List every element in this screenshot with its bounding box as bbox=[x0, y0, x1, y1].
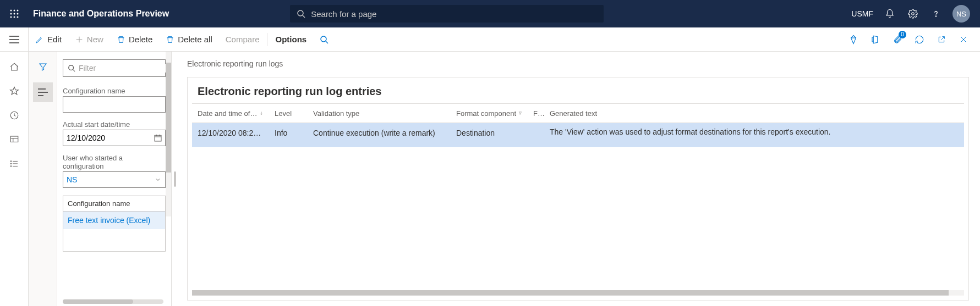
delete-button[interactable]: Delete bbox=[110, 27, 159, 51]
notifications-button[interactable] bbox=[883, 7, 896, 20]
svg-point-12 bbox=[935, 16, 936, 16]
cell-level: Info bbox=[269, 127, 308, 137]
svg-point-31 bbox=[10, 163, 12, 164]
cell-short bbox=[528, 127, 544, 129]
refresh-button[interactable] bbox=[910, 30, 929, 49]
search-icon bbox=[68, 64, 75, 72]
global-search[interactable] bbox=[290, 5, 604, 23]
svg-point-6 bbox=[10, 16, 12, 18]
edit-label: Edit bbox=[47, 35, 62, 44]
options-label: Options bbox=[275, 35, 306, 44]
help-icon bbox=[931, 9, 941, 19]
user-avatar[interactable]: NS bbox=[952, 5, 970, 23]
svg-point-5 bbox=[17, 13, 19, 15]
config-name-input[interactable] bbox=[63, 96, 166, 113]
office-icon bbox=[870, 35, 880, 44]
col-level[interactable]: Level bbox=[269, 109, 308, 118]
lines-icon bbox=[38, 88, 48, 96]
nav-modules[interactable] bbox=[3, 153, 25, 175]
toolbar-divider bbox=[267, 33, 267, 46]
attachments-badge: 0 bbox=[899, 31, 906, 38]
svg-point-7 bbox=[14, 16, 15, 18]
funnel-icon bbox=[518, 110, 522, 116]
trash-icon bbox=[166, 35, 174, 44]
close-icon bbox=[959, 35, 968, 44]
nav-workspaces[interactable] bbox=[3, 129, 25, 151]
delete-all-label: Delete all bbox=[178, 35, 212, 44]
diamond-button[interactable] bbox=[844, 30, 863, 49]
grid-row[interactable]: 12/10/2020 08:2… Info Continue execution… bbox=[192, 123, 964, 147]
compare-button: Compare bbox=[219, 27, 266, 51]
gear-icon bbox=[908, 9, 918, 19]
user-select[interactable] bbox=[63, 171, 166, 188]
hamburger-icon bbox=[9, 36, 19, 43]
col-generated-text[interactable]: Generated text bbox=[544, 109, 964, 118]
svg-point-2 bbox=[17, 10, 19, 12]
company-code[interactable]: USMF bbox=[851, 9, 873, 18]
col-format-component[interactable]: Format component bbox=[451, 109, 528, 118]
svg-rect-24 bbox=[10, 136, 18, 142]
svg-point-11 bbox=[912, 13, 915, 15]
splitter-handle[interactable] bbox=[172, 52, 178, 306]
list-view-button[interactable] bbox=[33, 82, 53, 102]
cell-generated-text: The 'View' action was used to adjust for… bbox=[544, 127, 964, 136]
clock-icon bbox=[9, 110, 19, 120]
nav-favorites[interactable] bbox=[3, 80, 25, 102]
card-title: Electronic reporting run log entries bbox=[188, 77, 968, 103]
attachments-button[interactable]: 0 bbox=[888, 30, 907, 49]
cell-format-component: Destination bbox=[451, 127, 528, 137]
grid-header: Date and time of… Level Validation type … bbox=[192, 103, 964, 123]
delete-all-button[interactable]: Delete all bbox=[159, 27, 219, 51]
col-short[interactable]: F… bbox=[528, 109, 544, 118]
refresh-icon bbox=[915, 35, 924, 44]
options-button[interactable]: Options bbox=[269, 27, 313, 51]
svg-line-37 bbox=[73, 70, 75, 72]
grid-hscroll[interactable] bbox=[192, 290, 964, 296]
svg-point-1 bbox=[14, 10, 15, 12]
nav-toggle-button[interactable] bbox=[0, 27, 29, 52]
home-icon bbox=[9, 62, 19, 72]
sidepanel-filter-input[interactable] bbox=[79, 64, 172, 73]
sidepanel-vscroll[interactable] bbox=[166, 52, 171, 216]
sidepanel-filter[interactable] bbox=[63, 59, 166, 77]
nav-home[interactable] bbox=[3, 56, 25, 78]
plus-icon bbox=[75, 35, 84, 44]
svg-line-10 bbox=[303, 15, 305, 18]
waffle-menu[interactable] bbox=[7, 9, 22, 18]
col-date[interactable]: Date and time of… bbox=[192, 109, 269, 118]
svg-line-19 bbox=[326, 41, 328, 43]
help-button[interactable] bbox=[929, 7, 943, 20]
svg-point-9 bbox=[298, 10, 303, 16]
close-button[interactable] bbox=[954, 30, 973, 49]
sidepanel-hscroll[interactable] bbox=[63, 299, 163, 304]
popout-icon bbox=[937, 35, 946, 44]
cell-validation-type: Continue execution (write a remark) bbox=[308, 127, 451, 137]
col-validation-type[interactable]: Validation type bbox=[308, 109, 451, 118]
mini-table-empty bbox=[63, 229, 165, 251]
bell-icon bbox=[885, 9, 895, 19]
settings-button[interactable] bbox=[906, 7, 919, 20]
mini-table-row[interactable]: Free text invoice (Excel) bbox=[63, 212, 165, 229]
funnel-icon bbox=[38, 62, 48, 72]
svg-point-18 bbox=[321, 36, 326, 42]
edit-button[interactable]: Edit bbox=[29, 27, 68, 51]
start-date-label: Actual start date/time bbox=[63, 120, 166, 129]
list-icon bbox=[9, 159, 19, 169]
popout-button[interactable] bbox=[932, 30, 951, 49]
cell-date: 12/10/2020 08:2… bbox=[192, 127, 269, 137]
svg-point-8 bbox=[17, 16, 19, 18]
trash-icon bbox=[117, 35, 125, 44]
svg-point-0 bbox=[10, 10, 12, 12]
delete-label: Delete bbox=[129, 35, 152, 44]
pencil-icon bbox=[35, 35, 44, 44]
workspace-icon bbox=[9, 135, 19, 144]
office-button[interactable] bbox=[866, 30, 885, 49]
toolbar-search-button[interactable] bbox=[313, 27, 335, 51]
filter-toggle-button[interactable] bbox=[33, 57, 53, 77]
nav-recent[interactable] bbox=[3, 104, 25, 126]
svg-point-30 bbox=[10, 161, 12, 162]
mini-table-header[interactable]: Configuration name bbox=[63, 196, 165, 212]
global-search-input[interactable] bbox=[311, 9, 597, 19]
star-icon bbox=[9, 86, 19, 96]
start-date-input[interactable] bbox=[63, 130, 166, 146]
